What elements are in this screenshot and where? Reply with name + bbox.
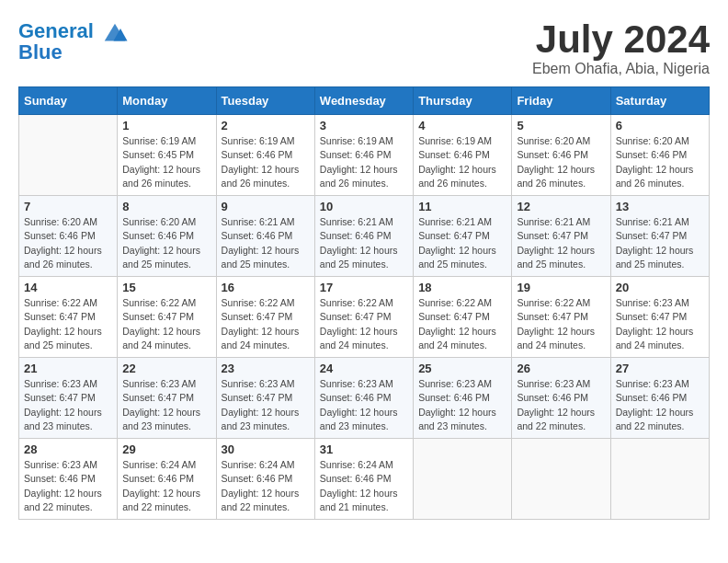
day-info: Sunrise: 6:23 AM Sunset: 6:47 PM Dayligh… — [616, 296, 704, 352]
day-number: 27 — [616, 362, 704, 375]
weekday-header-monday: Monday — [118, 87, 216, 115]
calendar-cell: 24Sunrise: 6:23 AM Sunset: 6:46 PM Dayli… — [314, 358, 413, 439]
day-number: 11 — [418, 200, 506, 213]
calendar-cell: 8Sunrise: 6:20 AM Sunset: 6:46 PM Daylig… — [118, 196, 216, 277]
day-number: 17 — [320, 281, 408, 294]
day-number: 6 — [616, 119, 704, 132]
day-number: 16 — [222, 281, 310, 294]
day-info: Sunrise: 6:19 AM Sunset: 6:46 PM Dayligh… — [222, 134, 310, 190]
day-info: Sunrise: 6:22 AM Sunset: 6:47 PM Dayligh… — [24, 296, 112, 352]
day-info: Sunrise: 6:20 AM Sunset: 6:46 PM Dayligh… — [24, 215, 112, 271]
day-info: Sunrise: 6:21 AM Sunset: 6:46 PM Dayligh… — [320, 215, 408, 271]
day-info: Sunrise: 6:21 AM Sunset: 6:46 PM Dayligh… — [222, 215, 310, 271]
day-info: Sunrise: 6:23 AM Sunset: 6:47 PM Dayligh… — [24, 377, 112, 433]
day-info: Sunrise: 6:22 AM Sunset: 6:47 PM Dayligh… — [320, 296, 408, 352]
day-number: 14 — [24, 281, 112, 294]
day-number: 15 — [122, 281, 210, 294]
weekday-header-friday: Friday — [512, 87, 610, 115]
day-number: 19 — [517, 281, 605, 294]
day-number: 3 — [320, 119, 408, 132]
day-number: 31 — [320, 442, 408, 456]
page-header: General Blue July 2024 Ebem Ohafia, Abia… — [18, 18, 710, 77]
day-number: 9 — [222, 200, 310, 213]
calendar-cell: 3Sunrise: 6:19 AM Sunset: 6:46 PM Daylig… — [314, 115, 413, 196]
calendar-cell: 5Sunrise: 6:20 AM Sunset: 6:46 PM Daylig… — [512, 115, 610, 196]
calendar-table: SundayMondayTuesdayWednesdayThursdayFrid… — [18, 86, 710, 520]
calendar-cell: 27Sunrise: 6:23 AM Sunset: 6:46 PM Dayli… — [610, 358, 709, 439]
calendar-cell: 23Sunrise: 6:23 AM Sunset: 6:47 PM Dayli… — [216, 358, 314, 439]
calendar-cell — [19, 115, 118, 196]
day-number: 30 — [222, 442, 310, 456]
calendar-cell: 4Sunrise: 6:19 AM Sunset: 6:46 PM Daylig… — [414, 115, 512, 196]
calendar-cell: 7Sunrise: 6:20 AM Sunset: 6:46 PM Daylig… — [19, 196, 118, 277]
calendar-cell: 26Sunrise: 6:23 AM Sunset: 6:46 PM Dayli… — [512, 358, 610, 439]
calendar-cell: 19Sunrise: 6:22 AM Sunset: 6:47 PM Dayli… — [512, 277, 610, 358]
weekday-header-sunday: Sunday — [19, 87, 118, 115]
calendar-cell: 31Sunrise: 6:24 AM Sunset: 6:46 PM Dayli… — [314, 439, 413, 520]
day-info: Sunrise: 6:23 AM Sunset: 6:46 PM Dayligh… — [320, 377, 408, 433]
day-number: 26 — [517, 362, 605, 375]
calendar-cell: 20Sunrise: 6:23 AM Sunset: 6:47 PM Dayli… — [610, 277, 709, 358]
calendar-cell: 11Sunrise: 6:21 AM Sunset: 6:47 PM Dayli… — [414, 196, 512, 277]
day-number: 10 — [320, 200, 408, 213]
day-info: Sunrise: 6:23 AM Sunset: 6:46 PM Dayligh… — [616, 377, 704, 433]
day-info: Sunrise: 6:19 AM Sunset: 6:46 PM Dayligh… — [320, 134, 408, 190]
day-number: 20 — [616, 281, 704, 294]
day-info: Sunrise: 6:23 AM Sunset: 6:47 PM Dayligh… — [222, 377, 310, 433]
day-info: Sunrise: 6:20 AM Sunset: 6:46 PM Dayligh… — [122, 215, 210, 271]
day-number: 29 — [122, 442, 210, 456]
title-area: July 2024 Ebem Ohafia, Abia, Nigeria — [532, 18, 710, 77]
day-info: Sunrise: 6:24 AM Sunset: 6:46 PM Dayligh… — [222, 458, 310, 514]
calendar-week-5: 28Sunrise: 6:23 AM Sunset: 6:46 PM Dayli… — [19, 439, 710, 520]
calendar-week-3: 14Sunrise: 6:22 AM Sunset: 6:47 PM Dayli… — [19, 277, 710, 358]
calendar-header: SundayMondayTuesdayWednesdayThursdayFrid… — [19, 87, 710, 115]
calendar-cell: 12Sunrise: 6:21 AM Sunset: 6:47 PM Dayli… — [512, 196, 610, 277]
day-info: Sunrise: 6:24 AM Sunset: 6:46 PM Dayligh… — [320, 458, 408, 514]
calendar-cell: 21Sunrise: 6:23 AM Sunset: 6:47 PM Dayli… — [19, 358, 118, 439]
day-number: 18 — [418, 281, 506, 294]
day-info: Sunrise: 6:19 AM Sunset: 6:45 PM Dayligh… — [122, 134, 210, 190]
day-number: 25 — [418, 362, 506, 375]
day-number: 5 — [517, 119, 605, 132]
day-info: Sunrise: 6:20 AM Sunset: 6:46 PM Dayligh… — [616, 134, 704, 190]
calendar-cell: 2Sunrise: 6:19 AM Sunset: 6:46 PM Daylig… — [216, 115, 314, 196]
calendar-cell: 6Sunrise: 6:20 AM Sunset: 6:46 PM Daylig… — [610, 115, 709, 196]
day-number: 21 — [24, 362, 112, 375]
weekday-header-tuesday: Tuesday — [216, 87, 314, 115]
weekday-header-wednesday: Wednesday — [314, 87, 413, 115]
calendar-cell: 14Sunrise: 6:22 AM Sunset: 6:47 PM Dayli… — [19, 277, 118, 358]
logo: General Blue — [18, 18, 129, 64]
calendar-cell: 9Sunrise: 6:21 AM Sunset: 6:46 PM Daylig… — [216, 196, 314, 277]
calendar-cell — [512, 439, 610, 520]
calendar-cell: 18Sunrise: 6:22 AM Sunset: 6:47 PM Dayli… — [414, 277, 512, 358]
calendar-cell — [414, 439, 512, 520]
calendar-cell: 29Sunrise: 6:24 AM Sunset: 6:46 PM Dayli… — [118, 439, 216, 520]
calendar-week-2: 7Sunrise: 6:20 AM Sunset: 6:46 PM Daylig… — [19, 196, 710, 277]
day-info: Sunrise: 6:23 AM Sunset: 6:46 PM Dayligh… — [418, 377, 506, 433]
calendar-cell: 30Sunrise: 6:24 AM Sunset: 6:46 PM Dayli… — [216, 439, 314, 520]
weekday-header-saturday: Saturday — [610, 87, 709, 115]
day-number: 24 — [320, 362, 408, 375]
weekday-header-thursday: Thursday — [414, 87, 512, 115]
day-info: Sunrise: 6:23 AM Sunset: 6:46 PM Dayligh… — [24, 458, 112, 514]
day-info: Sunrise: 6:21 AM Sunset: 6:47 PM Dayligh… — [616, 215, 704, 271]
day-info: Sunrise: 6:21 AM Sunset: 6:47 PM Dayligh… — [517, 215, 605, 271]
calendar-cell: 10Sunrise: 6:21 AM Sunset: 6:46 PM Dayli… — [314, 196, 413, 277]
calendar-cell: 1Sunrise: 6:19 AM Sunset: 6:45 PM Daylig… — [118, 115, 216, 196]
day-number: 22 — [122, 362, 210, 375]
calendar-cell: 22Sunrise: 6:23 AM Sunset: 6:47 PM Dayli… — [118, 358, 216, 439]
calendar-week-1: 1Sunrise: 6:19 AM Sunset: 6:45 PM Daylig… — [19, 115, 710, 196]
day-number: 13 — [616, 200, 704, 213]
calendar-cell: 25Sunrise: 6:23 AM Sunset: 6:46 PM Dayli… — [414, 358, 512, 439]
day-info: Sunrise: 6:22 AM Sunset: 6:47 PM Dayligh… — [122, 296, 210, 352]
day-number: 7 — [24, 200, 112, 213]
day-info: Sunrise: 6:24 AM Sunset: 6:46 PM Dayligh… — [122, 458, 210, 514]
day-info: Sunrise: 6:22 AM Sunset: 6:47 PM Dayligh… — [418, 296, 506, 352]
day-info: Sunrise: 6:23 AM Sunset: 6:47 PM Dayligh… — [122, 377, 210, 433]
day-info: Sunrise: 6:20 AM Sunset: 6:46 PM Dayligh… — [517, 134, 605, 190]
calendar-week-4: 21Sunrise: 6:23 AM Sunset: 6:47 PM Dayli… — [19, 358, 710, 439]
day-number: 8 — [122, 200, 210, 213]
day-info: Sunrise: 6:22 AM Sunset: 6:47 PM Dayligh… — [222, 296, 310, 352]
calendar-cell — [610, 439, 709, 520]
day-number: 28 — [24, 442, 112, 456]
